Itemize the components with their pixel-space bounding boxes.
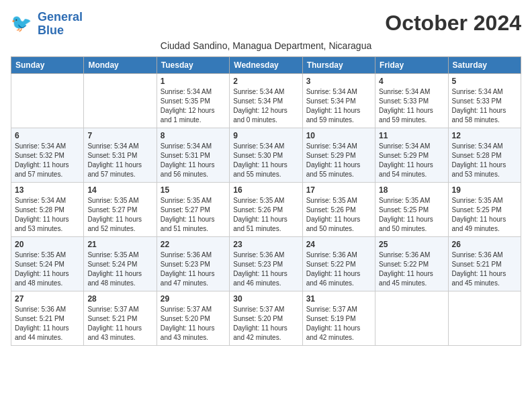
- col-tuesday: Tuesday: [157, 56, 229, 73]
- calendar-cell: 11 Sunrise: 5:34 AMSunset: 5:29 PMDaylig…: [375, 128, 448, 182]
- calendar-cell: 16 Sunrise: 5:35 AMSunset: 5:26 PMDaylig…: [230, 182, 302, 236]
- day-number: 4: [379, 77, 444, 86]
- day-detail: Sunrise: 5:35 AMSunset: 5:25 PMDaylight:…: [379, 196, 444, 234]
- day-number: 20: [15, 240, 80, 249]
- calendar-cell: 8 Sunrise: 5:34 AMSunset: 5:31 PMDayligh…: [157, 128, 229, 182]
- day-number: 10: [306, 131, 371, 140]
- svg-text:🐦: 🐦: [11, 13, 32, 34]
- day-detail: Sunrise: 5:34 AMSunset: 5:32 PMDaylight:…: [15, 142, 80, 179]
- calendar-cell: 13 Sunrise: 5:34 AMSunset: 5:28 PMDaylig…: [11, 182, 84, 236]
- calendar-cell: [11, 73, 84, 128]
- day-detail: Sunrise: 5:36 AMSunset: 5:22 PMDaylight:…: [306, 250, 371, 288]
- day-number: 27: [15, 294, 80, 304]
- calendar-cell: 20 Sunrise: 5:35 AMSunset: 5:24 PMDaylig…: [11, 236, 84, 291]
- day-number: 24: [306, 240, 371, 249]
- day-number: 25: [379, 240, 444, 249]
- calendar-week-5: 27 Sunrise: 5:36 AMSunset: 5:21 PMDaylig…: [11, 291, 521, 345]
- day-number: 14: [87, 185, 152, 195]
- calendar-cell: 31 Sunrise: 5:37 AMSunset: 5:19 PMDaylig…: [302, 291, 375, 345]
- calendar-cell: 1 Sunrise: 5:34 AMSunset: 5:35 PMDayligh…: [157, 73, 229, 128]
- day-detail: Sunrise: 5:35 AMSunset: 5:27 PMDaylight:…: [87, 196, 152, 234]
- day-detail: Sunrise: 5:34 AMSunset: 5:34 PMDaylight:…: [233, 87, 298, 125]
- day-number: 21: [87, 240, 152, 249]
- month-title: October 2024: [385, 11, 521, 36]
- day-number: 18: [379, 185, 444, 195]
- day-number: 16: [233, 185, 298, 195]
- day-number: 12: [452, 131, 517, 140]
- calendar-cell: 15 Sunrise: 5:35 AMSunset: 5:27 PMDaylig…: [157, 182, 229, 236]
- day-detail: Sunrise: 5:34 AMSunset: 5:29 PMDaylight:…: [306, 142, 371, 179]
- day-number: 22: [161, 240, 226, 249]
- day-detail: Sunrise: 5:34 AMSunset: 5:33 PMDaylight:…: [452, 87, 517, 125]
- day-detail: Sunrise: 5:36 AMSunset: 5:23 PMDaylight:…: [161, 250, 226, 288]
- day-detail: Sunrise: 5:35 AMSunset: 5:26 PMDaylight:…: [233, 196, 298, 234]
- day-number: 31: [306, 294, 371, 304]
- col-sunday: Sunday: [11, 56, 84, 73]
- calendar-cell: 9 Sunrise: 5:34 AMSunset: 5:30 PMDayligh…: [230, 128, 302, 182]
- logo-icon: 🐦: [11, 12, 35, 36]
- calendar-week-1: 1 Sunrise: 5:34 AMSunset: 5:35 PMDayligh…: [11, 73, 521, 128]
- day-detail: Sunrise: 5:36 AMSunset: 5:21 PMDaylight:…: [15, 305, 80, 342]
- calendar-cell: 17 Sunrise: 5:35 AMSunset: 5:26 PMDaylig…: [302, 182, 375, 236]
- col-wednesday: Wednesday: [230, 56, 302, 73]
- day-detail: Sunrise: 5:34 AMSunset: 5:28 PMDaylight:…: [452, 142, 517, 179]
- calendar-week-3: 13 Sunrise: 5:34 AMSunset: 5:28 PMDaylig…: [11, 182, 521, 236]
- day-detail: Sunrise: 5:37 AMSunset: 5:19 PMDaylight:…: [306, 305, 371, 342]
- day-number: 15: [161, 185, 226, 195]
- day-number: 28: [87, 294, 152, 304]
- logo: 🐦 General Blue: [11, 11, 83, 38]
- day-number: 5: [452, 77, 517, 86]
- header: 🐦 General Blue October 2024: [11, 11, 521, 38]
- day-number: 29: [161, 294, 226, 304]
- day-detail: Sunrise: 5:35 AMSunset: 5:26 PMDaylight:…: [306, 196, 371, 234]
- calendar-cell: 3 Sunrise: 5:34 AMSunset: 5:34 PMDayligh…: [302, 73, 375, 128]
- day-number: 19: [452, 185, 517, 195]
- day-detail: Sunrise: 5:34 AMSunset: 5:31 PMDaylight:…: [87, 142, 152, 179]
- day-detail: Sunrise: 5:35 AMSunset: 5:24 PMDaylight:…: [87, 250, 152, 288]
- day-detail: Sunrise: 5:35 AMSunset: 5:25 PMDaylight:…: [452, 196, 517, 234]
- day-number: 7: [87, 131, 152, 140]
- calendar-cell: 25 Sunrise: 5:36 AMSunset: 5:22 PMDaylig…: [375, 236, 448, 291]
- day-detail: Sunrise: 5:35 AMSunset: 5:24 PMDaylight:…: [15, 250, 80, 288]
- calendar-cell: 28 Sunrise: 5:37 AMSunset: 5:21 PMDaylig…: [84, 291, 157, 345]
- header-row: Sunday Monday Tuesday Wednesday Thursday…: [11, 56, 521, 73]
- day-detail: Sunrise: 5:34 AMSunset: 5:34 PMDaylight:…: [306, 87, 371, 125]
- day-detail: Sunrise: 5:34 AMSunset: 5:35 PMDaylight:…: [161, 87, 226, 125]
- subtitle: Ciudad Sandino, Managua Department, Nica…: [11, 40, 521, 51]
- day-number: 17: [306, 185, 371, 195]
- calendar-cell: 10 Sunrise: 5:34 AMSunset: 5:29 PMDaylig…: [302, 128, 375, 182]
- col-thursday: Thursday: [302, 56, 375, 73]
- day-number: 1: [161, 77, 226, 86]
- calendar-cell: 27 Sunrise: 5:36 AMSunset: 5:21 PMDaylig…: [11, 291, 84, 345]
- calendar-week-4: 20 Sunrise: 5:35 AMSunset: 5:24 PMDaylig…: [11, 236, 521, 291]
- day-detail: Sunrise: 5:34 AMSunset: 5:29 PMDaylight:…: [379, 142, 444, 179]
- day-detail: Sunrise: 5:36 AMSunset: 5:22 PMDaylight:…: [379, 250, 444, 288]
- calendar-cell: 18 Sunrise: 5:35 AMSunset: 5:25 PMDaylig…: [375, 182, 448, 236]
- calendar-cell: 4 Sunrise: 5:34 AMSunset: 5:33 PMDayligh…: [375, 73, 448, 128]
- calendar-cell: 5 Sunrise: 5:34 AMSunset: 5:33 PMDayligh…: [448, 73, 521, 128]
- logo-text: General Blue: [38, 11, 83, 38]
- day-number: 8: [161, 131, 226, 140]
- calendar-cell: 21 Sunrise: 5:35 AMSunset: 5:24 PMDaylig…: [84, 236, 157, 291]
- day-detail: Sunrise: 5:34 AMSunset: 5:28 PMDaylight:…: [15, 196, 80, 234]
- col-friday: Friday: [375, 56, 448, 73]
- day-number: 30: [233, 294, 298, 304]
- day-detail: Sunrise: 5:37 AMSunset: 5:21 PMDaylight:…: [87, 305, 152, 342]
- calendar-cell: 6 Sunrise: 5:34 AMSunset: 5:32 PMDayligh…: [11, 128, 84, 182]
- day-detail: Sunrise: 5:34 AMSunset: 5:30 PMDaylight:…: [233, 142, 298, 179]
- day-number: 6: [15, 131, 80, 140]
- day-number: 3: [306, 77, 371, 86]
- day-number: 26: [452, 240, 517, 249]
- day-number: 23: [233, 240, 298, 249]
- day-detail: Sunrise: 5:34 AMSunset: 5:33 PMDaylight:…: [379, 87, 444, 125]
- calendar-cell: 22 Sunrise: 5:36 AMSunset: 5:23 PMDaylig…: [157, 236, 229, 291]
- day-detail: Sunrise: 5:36 AMSunset: 5:21 PMDaylight:…: [452, 250, 517, 288]
- day-detail: Sunrise: 5:37 AMSunset: 5:20 PMDaylight:…: [161, 305, 226, 342]
- day-detail: Sunrise: 5:35 AMSunset: 5:27 PMDaylight:…: [161, 196, 226, 234]
- calendar-table: Sunday Monday Tuesday Wednesday Thursday…: [11, 56, 521, 346]
- calendar-cell: 12 Sunrise: 5:34 AMSunset: 5:28 PMDaylig…: [448, 128, 521, 182]
- calendar-cell: 19 Sunrise: 5:35 AMSunset: 5:25 PMDaylig…: [448, 182, 521, 236]
- day-number: 9: [233, 131, 298, 140]
- calendar-cell: 26 Sunrise: 5:36 AMSunset: 5:21 PMDaylig…: [448, 236, 521, 291]
- day-detail: Sunrise: 5:36 AMSunset: 5:23 PMDaylight:…: [233, 250, 298, 288]
